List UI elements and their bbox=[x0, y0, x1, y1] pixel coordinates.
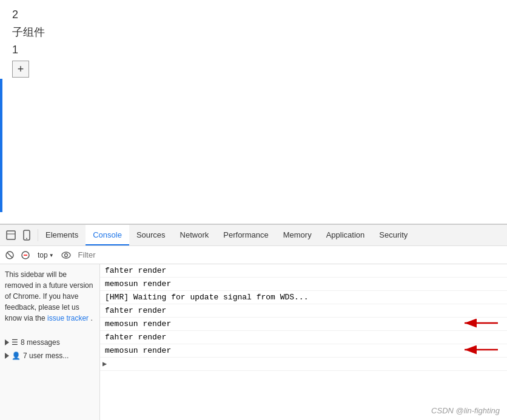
red-arrow-1 bbox=[458, 316, 501, 332]
expand-triangle-icon: ▶ bbox=[102, 359, 107, 368]
console-line-1: fahter render bbox=[100, 264, 507, 278]
app-area: 2 子组件 1 + bbox=[0, 0, 507, 224]
sidebar-counts: ☰ 8 messages 👤 7 user mess... bbox=[5, 336, 95, 362]
eye-icon-button[interactable] bbox=[60, 249, 72, 261]
csdn-watermark: CSDN @lin-fighting bbox=[431, 406, 500, 415]
svg-point-8 bbox=[62, 252, 70, 258]
device-toolbar-icon[interactable] bbox=[21, 229, 33, 241]
console-output: fahter render memosun render [HMR] Waiti… bbox=[100, 264, 507, 420]
tab-elements[interactable]: Elements bbox=[38, 225, 86, 245]
number-2: 2 bbox=[12, 6, 495, 24]
user-messages-count-item[interactable]: 👤 7 user mess... bbox=[5, 349, 95, 362]
svg-rect-0 bbox=[7, 231, 15, 239]
devtools-tabs: Elements Console Sources Network Perform… bbox=[38, 225, 507, 245]
svg-point-9 bbox=[64, 253, 67, 256]
console-line-8[interactable]: ▶ bbox=[100, 358, 507, 371]
issue-tracker-link[interactable]: issue tracker bbox=[47, 314, 89, 322]
tab-memory[interactable]: Memory bbox=[276, 225, 319, 245]
devtools-sidebar: This sidebar will be removed in a future… bbox=[0, 264, 100, 420]
console-line-7: memosun render bbox=[100, 344, 507, 358]
tab-security[interactable]: Security bbox=[372, 225, 415, 245]
number-1: 1 bbox=[12, 41, 495, 59]
devtools-toolbar: Elements Console Sources Network Perform… bbox=[0, 225, 507, 246]
tab-performance[interactable]: Performance bbox=[216, 225, 275, 245]
clear-console-button[interactable] bbox=[4, 249, 16, 261]
svg-point-3 bbox=[26, 238, 27, 239]
svg-line-5 bbox=[7, 253, 12, 258]
chinese-label: 子组件 bbox=[12, 24, 495, 41]
expand-icon bbox=[5, 339, 9, 345]
filter-button[interactable] bbox=[19, 249, 32, 261]
console-line-3: [HMR] Waiting for update signal from WDS… bbox=[100, 291, 507, 304]
console-filter-input[interactable] bbox=[76, 250, 503, 259]
expand-icon-2 bbox=[5, 353, 9, 359]
console-line-6: fahter render bbox=[100, 331, 507, 344]
console-line-4: fahter render bbox=[100, 304, 507, 318]
user-icon: 👤 bbox=[12, 350, 21, 361]
inspect-element-icon[interactable] bbox=[5, 229, 17, 241]
tab-console[interactable]: Console bbox=[86, 225, 129, 245]
message-icon: ☰ bbox=[12, 337, 18, 348]
chevron-down-icon bbox=[49, 251, 54, 259]
sidebar-warning-text: This sidebar will be removed in a future… bbox=[5, 269, 95, 324]
messages-count-item[interactable]: ☰ 8 messages bbox=[5, 336, 95, 349]
console-line-5: memosun render bbox=[100, 318, 507, 331]
context-selector[interactable]: top bbox=[35, 250, 56, 261]
console-secondary-toolbar: top bbox=[0, 246, 507, 264]
devtools-icon-group bbox=[0, 229, 38, 241]
devtools-body: This sidebar will be removed in a future… bbox=[0, 264, 507, 420]
red-arrow-2 bbox=[458, 343, 501, 359]
add-button[interactable]: + bbox=[12, 61, 29, 78]
blue-accent-bar bbox=[0, 79, 2, 212]
tab-sources[interactable]: Sources bbox=[129, 225, 173, 245]
console-line-2: memosun render bbox=[100, 278, 507, 291]
tab-network[interactable]: Network bbox=[173, 225, 217, 245]
tab-application[interactable]: Application bbox=[319, 225, 372, 245]
devtools-panel: Elements Console Sources Network Perform… bbox=[0, 224, 507, 420]
